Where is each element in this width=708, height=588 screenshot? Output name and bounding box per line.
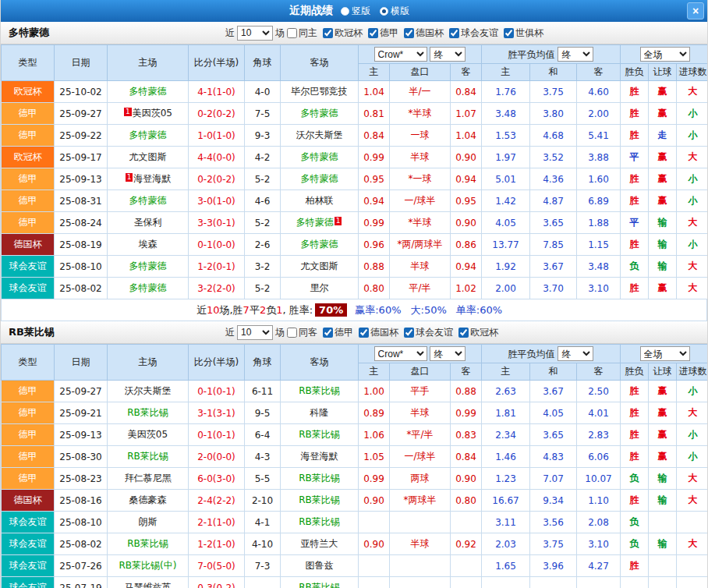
competition-checkbox[interactable]: [404, 28, 414, 38]
filter-competition[interactable]: 欧冠杯: [323, 27, 363, 40]
filter-same-side[interactable]: 同客: [287, 326, 317, 339]
handicap-line: *平/半: [390, 424, 451, 446]
team-label: 多特蒙德: [301, 151, 338, 162]
competition-checkbox[interactable]: [458, 328, 469, 338]
final-select[interactable]: 终: [430, 346, 466, 361]
full-match-select[interactable]: 全场: [640, 346, 690, 361]
match-row: 德甲 25-08-23 拜仁慕尼黑 6-0(3-0) 5-5 RB莱比锡 0.9…: [2, 468, 708, 490]
avg-label: 胜平负均值: [508, 49, 555, 60]
avg-draw-odds: 7.85: [530, 234, 577, 256]
filter-same-side[interactable]: 同主: [287, 27, 317, 40]
home-team: 桑德豪森: [108, 490, 189, 512]
avg-final-select[interactable]: 终: [558, 47, 593, 62]
result-wdl: 胜: [621, 555, 649, 577]
full-match-select[interactable]: 全场: [640, 47, 690, 62]
recent-count-select[interactable]: 10: [237, 26, 273, 41]
team-label: 尤文图斯: [301, 260, 338, 271]
home-team: 美因茨05: [108, 424, 189, 446]
match-row: 球会友谊 25-08-10 多特蒙德 1-2(0-1) 3-2 尤文图斯 0.8…: [2, 256, 708, 278]
team-label: 图鲁兹: [306, 560, 334, 571]
score: 0-1(0-1): [189, 381, 245, 402]
avg-draw-odds: 4.83: [530, 446, 577, 468]
handicap-line: 一球: [390, 125, 451, 147]
col-corner: 角球: [245, 45, 281, 81]
filter-competition[interactable]: 球会友谊: [449, 27, 498, 40]
col-type: 类型: [2, 45, 55, 81]
competition-badge: 德甲: [2, 125, 55, 147]
avg-draw-odds: [530, 577, 577, 588]
result-wdl: 平: [621, 212, 649, 234]
filter-competition[interactable]: 德甲: [368, 27, 398, 40]
recent-count-select[interactable]: 10: [237, 325, 273, 340]
team-label: 海登海默: [301, 451, 338, 462]
result-handicap: 赢: [649, 103, 677, 125]
result-handicap: 输: [649, 212, 677, 234]
avg-away-odds: 1.10: [577, 490, 621, 512]
score: 3-0(1-0): [189, 190, 245, 212]
result-handicap: 走: [649, 125, 677, 147]
competition-checkbox[interactable]: [323, 328, 333, 338]
avg-away-odds: 10.07: [577, 468, 621, 490]
close-button[interactable]: ×: [687, 2, 704, 19]
radio-vertical[interactable]: 竖版: [341, 5, 370, 18]
competition-checkbox[interactable]: [359, 328, 369, 338]
result-goals: 大: [677, 147, 708, 168]
competition-badge: 德甲: [2, 212, 55, 234]
result-wdl: 胜: [621, 234, 649, 256]
competition-checkbox[interactable]: [323, 28, 333, 38]
final-select[interactable]: 终: [430, 47, 466, 62]
col-home: 主场: [108, 45, 189, 81]
summary-text: 负: [266, 303, 276, 317]
section-header: RB莱比锡 近 10 场 同客德甲德国杯球会友谊欧冠杯: [1, 321, 707, 344]
col-away: 客场: [281, 345, 359, 381]
sub-col-header: 主: [359, 64, 390, 81]
match-date: 25-09-27: [55, 381, 108, 402]
radio-horizontal[interactable]: 横版: [380, 5, 409, 18]
team-label: 亚特兰大: [301, 538, 338, 549]
filter-competition[interactable]: 德甲: [323, 326, 353, 339]
home-team: 多特蒙德: [108, 190, 189, 212]
filter-competition[interactable]: 球会友谊: [404, 326, 453, 339]
avg-home-odds: 2.03: [482, 533, 530, 555]
competition-checkbox[interactable]: [504, 28, 514, 38]
avg-final-select[interactable]: 终: [558, 346, 593, 361]
filter-competition[interactable]: 德国杯: [359, 326, 398, 339]
odds-group-header: Crow* 终: [359, 45, 482, 64]
team-label: 海登海默: [133, 173, 171, 184]
same-side-checkbox[interactable]: [287, 28, 297, 38]
radio-vertical-icon[interactable]: [341, 7, 349, 16]
filter-competition[interactable]: 世俱杯: [504, 27, 543, 40]
avg-draw-odds: 3.65: [530, 212, 577, 234]
crow-source-select[interactable]: Crow*: [374, 47, 427, 62]
avg-group-header: 胜平负均值 终: [482, 45, 621, 64]
away-team: 多特蒙德: [281, 147, 359, 168]
filter-competition[interactable]: 德国杯: [404, 27, 444, 40]
corners: [245, 577, 281, 588]
match-row: 德甲 25-09-27 1美因茨05 0-2(0-2) 7-5 多特蒙德 0.8…: [2, 103, 708, 125]
result-wdl: 胜: [621, 381, 649, 402]
result-handicap: [649, 512, 677, 533]
crow-source-select[interactable]: Crow*: [374, 346, 427, 361]
crown-odds-away: 0.90: [451, 468, 482, 490]
same-side-checkbox[interactable]: [287, 328, 297, 338]
team-name: RB莱比锡: [1, 325, 223, 339]
avg-draw-odds: 3.52: [530, 147, 577, 168]
crown-odds-home: 0.95: [359, 168, 390, 190]
competition-checkbox[interactable]: [449, 28, 459, 38]
avg-home-odds: 1.23: [482, 468, 530, 490]
filter-competition[interactable]: 欧冠杯: [458, 326, 498, 339]
competition-label: 德甲: [380, 27, 398, 40]
competition-label: 德甲: [335, 326, 353, 339]
crown-odds-home: [359, 577, 390, 588]
result-goals: [677, 555, 708, 577]
team-label: 桑德豪森: [129, 494, 167, 505]
recent-label: 近: [225, 27, 235, 40]
competition-checkbox[interactable]: [368, 28, 378, 38]
match-date: 25-07-19: [55, 577, 108, 588]
radio-horizontal-icon[interactable]: [380, 7, 388, 16]
match-date: 25-09-27: [55, 103, 108, 125]
competition-checkbox[interactable]: [404, 328, 414, 338]
result-group-header: 全场: [621, 45, 708, 64]
away-team: 柏林联: [281, 190, 359, 212]
avg-home-odds: 13.77: [482, 234, 530, 256]
